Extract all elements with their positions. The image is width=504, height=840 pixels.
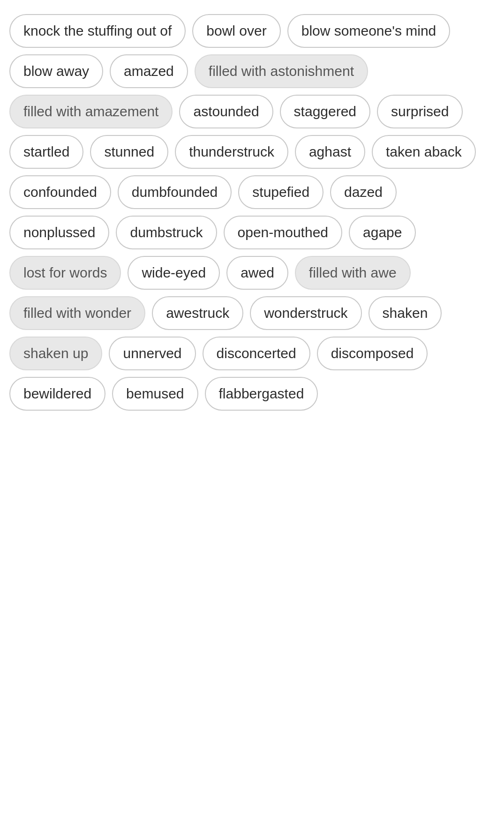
tag-27[interactable]: filled with wonder [9,296,145,330]
tag-20[interactable]: dumbstruck [116,216,217,249]
tag-17[interactable]: stupefied [238,175,323,209]
tag-30[interactable]: shaken [369,296,442,330]
tag-5[interactable]: filled with astonishment [195,54,368,88]
tag-1[interactable]: bowl over [192,14,280,48]
tag-34[interactable]: discomposed [317,337,428,370]
tag-4[interactable]: amazed [110,54,188,88]
tag-18[interactable]: dazed [330,175,397,209]
tag-14[interactable]: taken aback [372,135,476,169]
tag-28[interactable]: awestruck [152,296,243,330]
tag-21[interactable]: open-mouthed [224,216,342,249]
tag-11[interactable]: stunned [90,135,168,169]
tag-32[interactable]: unnerved [109,337,196,370]
tag-12[interactable]: thunderstruck [175,135,288,169]
tag-0[interactable]: knock the stuffing out of [9,14,186,48]
tag-37[interactable]: flabbergasted [205,377,318,411]
tag-6[interactable]: filled with amazement [9,95,173,128]
tag-29[interactable]: wonderstruck [250,296,361,330]
tag-25[interactable]: awed [226,256,288,290]
tag-9[interactable]: surprised [377,95,463,128]
tag-15[interactable]: confounded [9,175,111,209]
tag-3[interactable]: blow away [9,54,103,88]
tag-31[interactable]: shaken up [9,337,102,370]
tag-2[interactable]: blow someone's mind [287,14,451,48]
tag-16[interactable]: dumbfounded [118,175,232,209]
tag-33[interactable]: disconcerted [203,337,310,370]
tag-13[interactable]: aghast [295,135,365,169]
tag-23[interactable]: lost for words [9,256,121,290]
tag-24[interactable]: wide-eyed [128,256,220,290]
tag-26[interactable]: filled with awe [295,256,411,290]
tag-35[interactable]: bewildered [9,377,105,411]
tag-8[interactable]: staggered [280,95,370,128]
tag-36[interactable]: bemused [112,377,198,411]
tag-10[interactable]: startled [9,135,83,169]
tags-container: knock the stuffing out ofbowl overblow s… [9,9,495,411]
tag-19[interactable]: nonplussed [9,216,109,249]
tag-22[interactable]: agape [349,216,416,249]
tag-7[interactable]: astounded [179,95,273,128]
